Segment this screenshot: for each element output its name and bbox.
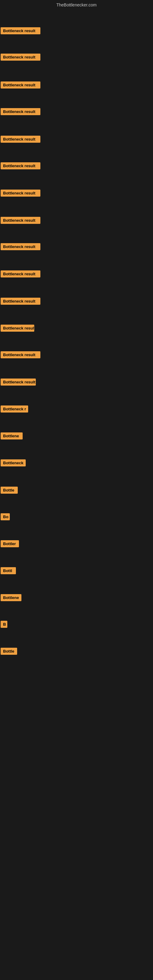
bottleneck-result-badge: Bottleneck result — [1, 189, 40, 197]
bottleneck-result-badge: Bottleneck r — [1, 406, 28, 412]
bottleneck-result-badge: Bottle — [1, 487, 18, 494]
bottleneck-result-badge: Bottleneck result — [1, 351, 40, 358]
bottleneck-result-badge: Bottler — [1, 540, 19, 547]
bottleneck-result-badge: Bottleneck result — [1, 162, 40, 169]
bottleneck-result-badge: Bottleneck result — [1, 81, 40, 89]
bottleneck-result-badge: Bottl — [1, 567, 16, 574]
bottleneck-result-badge: Bottleneck result — [1, 27, 40, 34]
bottleneck-result-badge: Bottleneck result — [1, 217, 40, 224]
bottleneck-result-badge: Bottleneck result — [1, 298, 40, 305]
bottleneck-result-badge: Bottleneck result — [1, 270, 40, 277]
bottleneck-result-badge: Bottlene — [1, 594, 21, 601]
bottleneck-result-badge: Bottleneck result — [1, 108, 40, 115]
bottleneck-result-badge: Bottleneck result — [1, 54, 40, 60]
bottleneck-result-badge: Bottleneck result — [1, 325, 34, 332]
bottleneck-result-badge: Bottle — [1, 648, 17, 655]
bottleneck-result-badge: Bo — [1, 513, 10, 520]
bottleneck-result-badge: B — [1, 621, 7, 628]
bottleneck-result-badge: Bottleneck result — [1, 136, 40, 143]
bottleneck-result-badge: Bottleneck — [1, 460, 26, 466]
bottleneck-result-badge: Bottlene — [1, 433, 22, 439]
site-title: TheBottlenecker.com — [0, 0, 153, 10]
bottleneck-result-badge: Bottleneck result — [1, 379, 36, 385]
bottleneck-result-badge: Bottleneck result — [1, 243, 40, 250]
